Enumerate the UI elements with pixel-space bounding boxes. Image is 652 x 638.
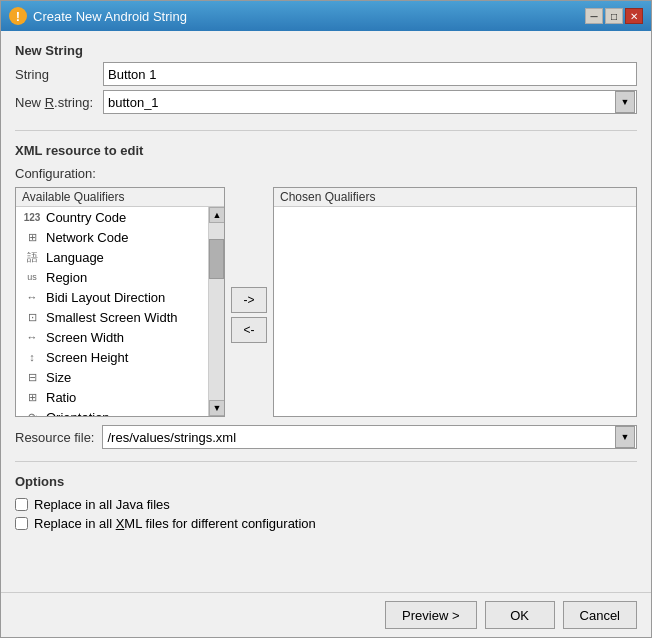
resource-file-select-wrapper: /res/values/strings.xml ▼ <box>102 425 637 449</box>
qualifier-item-screen-width[interactable]: ↔ Screen Width <box>16 327 208 347</box>
replace-java-label: Replace in all Java files <box>34 497 170 512</box>
section-divider-2 <box>15 461 637 462</box>
title-bar: ! Create New Android String ─ □ ✕ <box>1 1 651 31</box>
dialog-footer: Preview > OK Cancel <box>1 592 651 637</box>
chosen-qualifiers-header: Chosen Qualifiers <box>274 188 636 207</box>
qualifier-label-ratio: Ratio <box>46 390 76 405</box>
resource-file-select[interactable]: /res/values/strings.xml <box>102 425 637 449</box>
scroll-thumb[interactable] <box>209 239 224 279</box>
window-controls: ─ □ ✕ <box>585 8 643 24</box>
qualifier-item-bidi[interactable]: ↔ Bidi Layout Direction <box>16 287 208 307</box>
ok-button[interactable]: OK <box>485 601 555 629</box>
xml-section-label: XML resource to edit <box>15 143 637 158</box>
string-input[interactable] <box>103 62 637 86</box>
qualifier-label-language: Language <box>46 250 104 265</box>
app-icon: ! <box>9 7 27 25</box>
qualifier-item-network-code[interactable]: ⊞ Network Code <box>16 227 208 247</box>
available-qualifiers-header: Available Qualifiers <box>16 188 224 207</box>
chosen-qualifiers-container: Chosen Qualifiers <box>273 187 637 417</box>
arrow-buttons: -> <- <box>231 187 267 343</box>
qualifier-item-smallest-screen[interactable]: ⊡ Smallest Screen Width <box>16 307 208 327</box>
qualifier-label-screen-height: Screen Height <box>46 350 128 365</box>
title-bar-left: ! Create New Android String <box>9 7 187 25</box>
available-qualifiers-scrollbar[interactable]: ▲ ▼ <box>208 207 224 416</box>
country-code-icon: 123 <box>22 209 42 225</box>
r-string-select-wrapper: button_1 ▼ <box>103 90 637 114</box>
close-button[interactable]: ✕ <box>625 8 643 24</box>
qualifier-label-smallest-screen: Smallest Screen Width <box>46 310 178 325</box>
cancel-button[interactable]: Cancel <box>563 601 637 629</box>
checkbox-xml-row: Replace in all XML files for different c… <box>15 516 637 531</box>
r-string-label: New R.string: <box>15 95 95 110</box>
qualifier-label-size: Size <box>46 370 71 385</box>
qualifier-list-content: 123 Country Code ⊞ Network Code 語 Langua… <box>16 207 208 416</box>
resource-file-label: Resource file: <box>15 430 94 445</box>
minimize-button[interactable]: ─ <box>585 8 603 24</box>
qualifier-item-screen-height[interactable]: ↕ Screen Height <box>16 347 208 367</box>
qualifier-label-bidi: Bidi Layout Direction <box>46 290 165 305</box>
string-field-label: String <box>15 67 95 82</box>
qualifier-list-inner: 123 Country Code ⊞ Network Code 語 Langua… <box>16 207 224 416</box>
string-row: String <box>15 62 637 86</box>
ratio-icon: ⊞ <box>22 389 42 405</box>
bidi-icon: ↔ <box>22 289 42 305</box>
remove-qualifier-button[interactable]: <- <box>231 317 267 343</box>
replace-xml-checkbox[interactable] <box>15 517 28 530</box>
checkbox-java-row: Replace in all Java files <box>15 497 637 512</box>
region-icon: us <box>22 269 42 285</box>
dialog-content: New String String New R.string: button_1… <box>1 31 651 592</box>
xml-resource-section: XML resource to edit Configuration: Avai… <box>15 143 637 417</box>
screen-width-icon: ↔ <box>22 329 42 345</box>
r-string-row: New R.string: button_1 ▼ <box>15 90 637 114</box>
replace-xml-label: Replace in all XML files for different c… <box>34 516 316 531</box>
qualifier-label-orientation: Orientation <box>46 410 110 417</box>
qualifier-label-network-code: Network Code <box>46 230 128 245</box>
new-string-label: New String <box>15 43 637 58</box>
qualifiers-area: Available Qualifiers 123 Country Code ⊞ … <box>15 187 637 417</box>
main-window: ! Create New Android String ─ □ ✕ New St… <box>0 0 652 638</box>
section-divider-1 <box>15 130 637 131</box>
available-qualifiers-container: Available Qualifiers 123 Country Code ⊞ … <box>15 187 225 417</box>
qualifier-item-ratio[interactable]: ⊞ Ratio <box>16 387 208 407</box>
resource-file-row: Resource file: /res/values/strings.xml ▼ <box>15 425 637 449</box>
r-string-select[interactable]: button_1 <box>103 90 637 114</box>
qualifier-item-size[interactable]: ⊟ Size <box>16 367 208 387</box>
maximize-button[interactable]: □ <box>605 8 623 24</box>
network-code-icon: ⊞ <box>22 229 42 245</box>
qualifier-label-country-code: Country Code <box>46 210 126 225</box>
smallest-screen-icon: ⊡ <box>22 309 42 325</box>
qualifier-item-country-code[interactable]: 123 Country Code <box>16 207 208 227</box>
screen-height-icon: ↕ <box>22 349 42 365</box>
orientation-icon: ⟳ <box>22 409 42 416</box>
configuration-label: Configuration: <box>15 166 637 181</box>
options-section: Options Replace in all Java files Replac… <box>15 474 637 531</box>
qualifier-label-region: Region <box>46 270 87 285</box>
add-qualifier-button[interactable]: -> <box>231 287 267 313</box>
new-string-section: New String String New R.string: button_1… <box>15 43 637 118</box>
window-title: Create New Android String <box>33 9 187 24</box>
qualifier-item-orientation[interactable]: ⟳ Orientation <box>16 407 208 416</box>
qualifier-item-region[interactable]: us Region <box>16 267 208 287</box>
preview-button[interactable]: Preview > <box>385 601 476 629</box>
language-icon: 語 <box>22 249 42 265</box>
qualifier-label-screen-width: Screen Width <box>46 330 124 345</box>
options-label: Options <box>15 474 637 489</box>
qualifier-item-language[interactable]: 語 Language <box>16 247 208 267</box>
chosen-qualifiers-list <box>274 207 636 416</box>
size-icon: ⊟ <box>22 369 42 385</box>
replace-java-checkbox[interactable] <box>15 498 28 511</box>
